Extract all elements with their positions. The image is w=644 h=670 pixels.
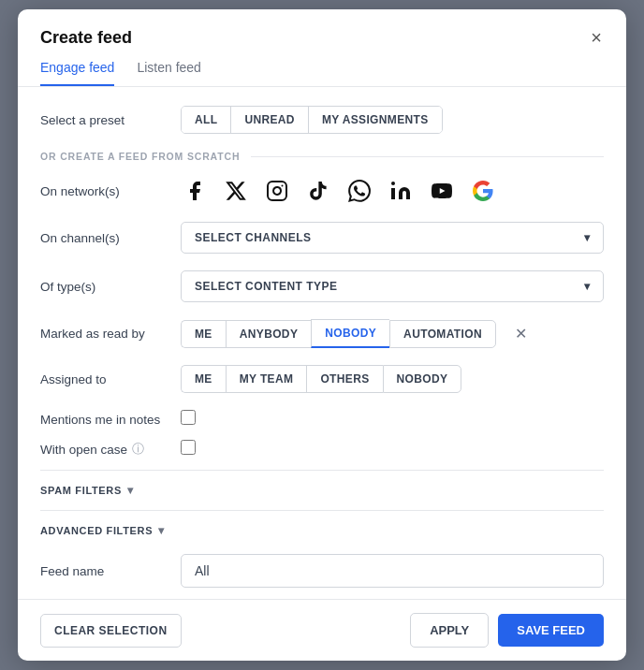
tiktok-icon[interactable] [304,177,332,205]
assigned-to-me[interactable]: ME [181,365,226,393]
mentions-label: Mentions me in notes [40,413,181,427]
marked-as-read-label: Marked as read by [40,327,181,341]
marked-as-read-group: ME ANYBODY NOBODY AUTOMATION [181,319,496,348]
feed-name-control [181,554,604,588]
feed-name-row: Feed name [40,554,604,588]
open-case-help-icon[interactable]: ⓘ [132,441,144,458]
save-feed-button[interactable]: SAVE FEED [498,614,604,647]
channels-dropdown[interactable]: SELECT CHANNELS ▾ [181,222,604,254]
open-case-label: With open case ⓘ [40,441,181,458]
modal-body: Select a preset ALL UNREAD MY ASSIGNMENT… [18,87,626,599]
close-button[interactable]: × [589,26,604,49]
types-label: Of type(s) [40,280,181,294]
scratch-label: OR CREATE A FEED FROM SCRATCH [40,151,240,162]
assigned-to-row: Assigned to ME MY TEAM OTHERS NOBODY [40,365,604,393]
whatsapp-icon[interactable] [345,177,373,205]
mentions-checkbox[interactable] [181,410,196,425]
assigned-to-buttons: ME MY TEAM OTHERS NOBODY [181,365,604,393]
svg-rect-0 [268,182,286,200]
feed-name-input[interactable] [181,554,604,588]
tab-engage[interactable]: Engage feed [40,60,114,86]
scratch-line [251,156,604,157]
marked-as-read-clear-button[interactable]: ✕ [511,323,531,344]
clear-selection-button[interactable]: CLEAR SELECTION [40,614,182,648]
types-placeholder: SELECT CONTENT TYPE [195,280,337,293]
instagram-icon[interactable] [263,177,291,205]
preset-label: Select a preset [40,113,181,127]
spam-filters-header[interactable]: SPAM FILTERS ▾ [40,484,134,497]
assigned-to-label: Assigned to [40,372,181,386]
advanced-filters-chevron-icon: ▾ [158,524,165,537]
youtube-icon[interactable] [428,177,456,205]
types-row: Of type(s) SELECT CONTENT TYPE ▾ [40,270,604,302]
channels-select[interactable]: SELECT CHANNELS ▾ [181,222,604,254]
svg-point-2 [391,182,395,185]
marked-as-read-nobody[interactable]: NOBODY [311,319,389,348]
assigned-to-nobody[interactable]: NOBODY [383,365,462,393]
facebook-icon[interactable] [181,177,209,205]
open-case-control [181,440,604,459]
channels-chevron-icon: ▾ [584,231,590,244]
modal-header: Create feed × [18,9,626,49]
marked-as-read-row: Marked as read by ME ANYBODY NOBODY AUTO… [40,319,604,348]
marked-as-read-automation[interactable]: AUTOMATION [389,320,496,348]
open-case-row: With open case ⓘ [40,440,604,459]
mentions-row: Mentions me in notes [40,410,604,429]
advanced-filters-section: ADVANCED FILTERS ▾ [40,510,604,550]
marked-as-read-controls: ME ANYBODY NOBODY AUTOMATION ✕ [181,319,604,348]
apply-button[interactable]: APPLY [410,613,489,648]
marked-as-read-me[interactable]: ME [181,320,226,348]
tab-listen[interactable]: Listen feed [137,60,201,86]
spam-filters-label: SPAM FILTERS [40,485,122,496]
google-icon[interactable] [469,177,497,205]
advanced-filters-header[interactable]: ADVANCED FILTERS ▾ [40,524,165,537]
footer-right-actions: APPLY SAVE FEED [410,613,604,648]
types-dropdown[interactable]: SELECT CONTENT TYPE ▾ [181,270,604,302]
feed-name-label: Feed name [40,564,181,578]
network-label: On network(s) [40,184,181,198]
preset-my-assignments-button[interactable]: MY ASSIGNMENTS [309,107,442,133]
marked-as-read-anybody[interactable]: ANYBODY [226,320,312,348]
types-select[interactable]: SELECT CONTENT TYPE ▾ [181,270,604,302]
advanced-filters-label: ADVANCED FILTERS [40,525,153,536]
network-icons-group [181,177,604,205]
spam-filters-section: SPAM FILTERS ▾ [40,470,604,510]
modal-title: Create feed [40,28,132,48]
assigned-to-my-team[interactable]: MY TEAM [226,365,307,393]
channels-placeholder: SELECT CHANNELS [195,231,312,244]
spam-filters-chevron-icon: ▾ [127,484,134,497]
open-case-checkbox[interactable] [181,440,196,455]
mentions-control [181,410,604,429]
twitter-x-icon[interactable] [222,177,250,205]
channels-label: On channel(s) [40,231,181,245]
tab-bar: Engage feed Listen feed [18,49,626,87]
preset-unread-button[interactable]: UNREAD [231,107,309,133]
linkedin-icon[interactable] [387,177,415,205]
assigned-to-group: ME MY TEAM OTHERS NOBODY [181,365,604,393]
modal-footer: CLEAR SELECTION APPLY SAVE FEED [18,599,626,661]
preset-buttons-group: ALL UNREAD MY ASSIGNMENTS [181,106,604,134]
create-feed-modal: Create feed × Engage feed Listen feed Se… [18,9,626,661]
preset-all-button[interactable]: ALL [182,107,231,133]
preset-row: Select a preset ALL UNREAD MY ASSIGNMENT… [40,106,604,134]
network-row: On network(s) [40,177,604,205]
channels-row: On channel(s) SELECT CHANNELS ▾ [40,222,604,254]
assigned-to-others[interactable]: OTHERS [306,365,382,393]
preset-button-group: ALL UNREAD MY ASSIGNMENTS [181,106,443,134]
scratch-divider: OR CREATE A FEED FROM SCRATCH [40,151,604,162]
types-chevron-icon: ▾ [584,280,590,293]
